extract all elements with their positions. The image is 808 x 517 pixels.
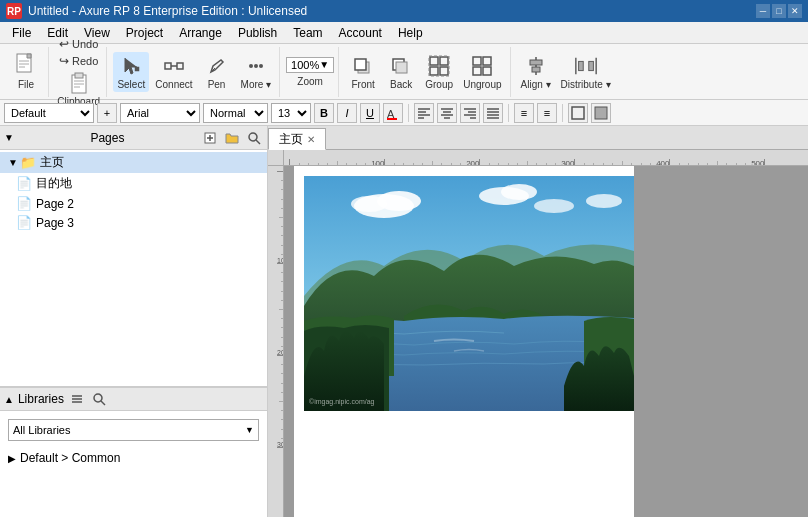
svg-rect-23 (430, 67, 438, 75)
pages-add-folder-button[interactable] (223, 129, 241, 147)
menubar-item-help[interactable]: Help (390, 24, 431, 42)
zoom-dropdown-arrow[interactable]: ▼ (319, 59, 329, 70)
ungroup-button[interactable]: Ungroup (459, 52, 505, 92)
group-button[interactable]: Group (421, 52, 457, 92)
maximize-button[interactable]: □ (772, 4, 786, 18)
canvas-content[interactable]: ©imgag.nipic.com/ag (284, 166, 808, 517)
svg-rect-27 (483, 57, 491, 65)
tab-bar: 主页 ✕ (268, 126, 808, 150)
front-button[interactable]: Front (345, 52, 381, 92)
libraries-dropdown[interactable]: All Libraries ▼ (8, 419, 259, 441)
format-toolbar: Default + Arial Normal 13 B I U A ≡ ≡ (0, 100, 808, 126)
home-expand-arrow[interactable]: ▼ (8, 157, 18, 168)
zoom-label: Zoom (297, 76, 323, 87)
toolbar-group-align: Align ▾ Distribute ▾ (513, 47, 619, 97)
style-select[interactable]: Default (4, 103, 94, 123)
page-item-page3[interactable]: 📄 Page 3 (8, 213, 267, 232)
svg-rect-55 (572, 107, 584, 119)
toolbar-group-zoom: 100% ▼ Zoom (282, 47, 339, 97)
align-left-button[interactable] (414, 103, 434, 123)
pages-search-button[interactable] (245, 129, 263, 147)
underline-button[interactable]: U (360, 103, 380, 123)
menubar-item-file[interactable]: File (4, 24, 39, 42)
svg-rect-26 (473, 57, 481, 65)
page2-label: Page 2 (36, 197, 74, 211)
tab-home-close[interactable]: ✕ (307, 134, 315, 145)
ungroup-label: Ungroup (463, 79, 501, 90)
align-button[interactable]: Align ▾ (517, 52, 555, 92)
fill-button[interactable] (591, 103, 611, 123)
libraries-panel: ▲ Libraries All Libraries ▼ ▶ Default > (0, 387, 267, 517)
svg-line-66 (101, 401, 105, 405)
page-item-destination[interactable]: 📄 目的地 (8, 173, 267, 194)
lib-item-default-common[interactable]: ▶ Default > Common (0, 449, 267, 467)
pages-panel-title: Pages (18, 131, 197, 145)
redo-button[interactable]: ↪ Redo (55, 53, 102, 69)
pen-button[interactable]: Pen (199, 52, 235, 92)
app-logo: RP (6, 3, 22, 19)
svg-rect-56 (595, 107, 607, 119)
text-color-button[interactable]: A (383, 103, 403, 123)
menubar-item-project[interactable]: Project (118, 24, 171, 42)
libraries-panel-title: Libraries (18, 392, 64, 406)
libraries-search-button[interactable] (90, 390, 108, 408)
landscape-image[interactable]: ©imgag.nipic.com/ag (304, 176, 634, 411)
libraries-menu-button[interactable] (68, 390, 86, 408)
pages-panel-header: ▼ Pages (0, 126, 267, 150)
page-item-page2[interactable]: 📄 Page 2 (8, 194, 267, 213)
canvas-with-rulers: 100200300400500 100200300 (268, 150, 808, 517)
bullet-list-button[interactable]: ≡ (514, 103, 534, 123)
undo-label: Undo (72, 38, 98, 50)
align-center-button[interactable] (437, 103, 457, 123)
pages-add-button[interactable] (201, 129, 219, 147)
connect-button[interactable]: Connect (151, 52, 196, 92)
pages-collapse-arrow[interactable]: ▼ (4, 132, 14, 143)
svg-rect-38 (387, 118, 397, 120)
libraries-collapse-arrow[interactable]: ▲ (4, 394, 14, 405)
svg-rect-18 (355, 59, 366, 70)
svg-rect-10 (165, 63, 171, 69)
svg-point-74 (586, 194, 622, 208)
tab-home[interactable]: 主页 ✕ (268, 128, 326, 150)
zoom-control[interactable]: 100% ▼ (286, 57, 334, 73)
libraries-list: ▶ Default > Common (0, 449, 267, 467)
connect-icon (162, 54, 186, 78)
group-icon (427, 54, 451, 78)
menubar-item-arrange[interactable]: Arrange (171, 24, 230, 42)
close-button[interactable]: ✕ (788, 4, 802, 18)
left-panel: ▼ Pages ▼ 📁 主页 (0, 126, 268, 517)
new-file-button[interactable]: File (8, 52, 44, 92)
align-justify-button[interactable] (483, 103, 503, 123)
lib-expand-arrow[interactable]: ▶ (8, 453, 16, 464)
front-label: Front (351, 79, 374, 90)
ordered-list-button[interactable]: ≡ (537, 103, 557, 123)
undo-button[interactable]: ↩ Undo (55, 36, 102, 52)
svg-point-16 (259, 64, 263, 68)
svg-point-15 (254, 64, 258, 68)
menubar-item-account[interactable]: Account (331, 24, 390, 42)
weight-select[interactable]: Normal (203, 103, 268, 123)
size-select[interactable]: 13 (271, 103, 311, 123)
bold-button[interactable]: B (314, 103, 334, 123)
titlebar: RP Untitled - Axure RP 8 Enterprise Edit… (0, 0, 808, 22)
back-button[interactable]: Back (383, 52, 419, 92)
align-right-button[interactable] (460, 103, 480, 123)
font-select[interactable]: Arial (120, 103, 200, 123)
libraries-panel-header: ▲ Libraries (0, 387, 267, 411)
svg-point-14 (249, 64, 253, 68)
select-button[interactable]: Select (113, 52, 149, 92)
minimize-button[interactable]: ─ (756, 4, 770, 18)
more-button[interactable]: More ▾ (237, 52, 276, 92)
distribute-button[interactable]: Distribute ▾ (557, 52, 615, 92)
canvas-row: 100200300 (268, 166, 808, 517)
top-ruler-row: 100200300400500 (268, 150, 808, 166)
menubar-item-publish[interactable]: Publish (230, 24, 285, 42)
italic-button[interactable]: I (337, 103, 357, 123)
align-label: Align ▾ (521, 79, 551, 90)
lib-item-label: Default > Common (20, 451, 120, 465)
style-new-button[interactable]: + (97, 103, 117, 123)
page-icon-page2: 📄 (16, 196, 32, 211)
menubar-item-team[interactable]: Team (285, 24, 330, 42)
border-button[interactable] (568, 103, 588, 123)
page-item-home[interactable]: ▼ 📁 主页 (0, 152, 267, 173)
